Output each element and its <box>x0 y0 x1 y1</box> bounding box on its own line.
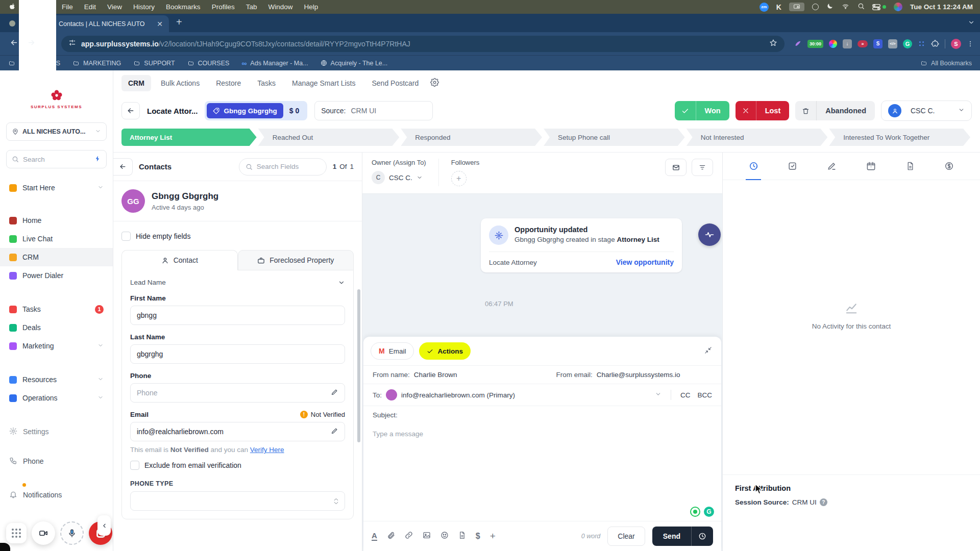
site-settings-icon[interactable] <box>68 39 76 48</box>
menubar-item-window[interactable]: Window <box>262 3 298 11</box>
tab-close-icon[interactable]: ✕ <box>157 20 163 28</box>
tab-documents-panel[interactable] <box>901 153 919 180</box>
sidebar-item-settings[interactable]: Settings <box>0 422 113 441</box>
back-arrow-button[interactable] <box>121 102 140 119</box>
brand-logo[interactable]: SURPLUS SYSTEMS <box>0 88 113 109</box>
hide-empty-fields[interactable]: Hide empty fields <box>121 232 354 241</box>
bookmark-ads-manager[interactable]: ∞Ads Manager - Ma... <box>241 59 308 67</box>
exclude-verification[interactable]: Exclude from email verification <box>130 461 345 470</box>
bookmark-folder-marketing[interactable]: MARKETING <box>72 60 121 67</box>
new-tab-button[interactable]: + <box>176 16 182 28</box>
lost-button[interactable]: Lost <box>736 101 790 120</box>
feather-extension-icon[interactable] <box>794 40 802 48</box>
email-field[interactable]: info@realcharliebrown.com <box>130 422 345 441</box>
bookmark-folder-support[interactable]: SUPPORT <box>133 60 175 67</box>
clear-button[interactable]: Clear <box>607 527 645 546</box>
sidebar-item-phone[interactable]: Phone <box>0 452 113 470</box>
tab-restore[interactable]: Restore <box>209 75 248 91</box>
menubar-item-help[interactable]: Help <box>298 3 324 11</box>
extensions-puzzle-icon[interactable] <box>931 40 939 48</box>
composer-tab-email[interactable]: MEmail <box>371 342 414 360</box>
camera-button[interactable] <box>32 521 55 545</box>
contacts-back-button[interactable] <box>113 158 133 176</box>
tab-tasks[interactable]: Tasks <box>251 75 282 91</box>
sidebar-item-resources[interactable]: Resources <box>0 370 113 389</box>
keyboard-maestro-icon[interactable]: K <box>776 3 781 11</box>
sidebar-item-power-dialer[interactable]: Power Dialer <box>0 266 113 285</box>
sidebar-item-tasks[interactable]: Tasks1 <box>0 300 113 318</box>
chevron-down-icon[interactable] <box>655 391 662 399</box>
edit-pencil-icon[interactable] <box>331 388 338 397</box>
edit-pencil-icon[interactable] <box>331 427 338 436</box>
subject-field[interactable]: Subject: <box>363 406 721 424</box>
contact-tag-group[interactable]: Gbngg Gbgrghg $ 0 <box>205 101 307 120</box>
phone-field[interactable]: Phone <box>130 383 345 403</box>
activity-feed[interactable]: Opportunity updated Gbngg Gbgrghg create… <box>362 194 722 337</box>
download-extension-icon[interactable]: ↓ <box>843 39 852 48</box>
message-body[interactable]: Type a message G <box>363 424 721 521</box>
menubar-item-bookmarks[interactable]: Bookmarks <box>160 3 206 11</box>
control-center-icon[interactable] <box>872 4 886 10</box>
emoji-icon[interactable] <box>440 531 449 541</box>
payment-icon[interactable]: $ <box>476 532 480 541</box>
bookmark-folder-courses[interactable]: COURSES <box>187 60 230 67</box>
menubar-item-history[interactable]: History <box>128 3 160 11</box>
tracking-badge-icon[interactable] <box>690 507 700 517</box>
tab-payments-panel[interactable] <box>940 153 959 180</box>
sidebar-item-marketing[interactable]: Marketing <box>0 337 113 355</box>
source-field[interactable]: Source: CRM UI <box>314 101 433 120</box>
search-fields-input[interactable]: Search Fields <box>239 158 327 176</box>
sidebar-item-notifications[interactable]: Notifications <box>0 486 113 504</box>
template-icon[interactable] <box>458 531 466 541</box>
scrollbar-thumb[interactable] <box>357 289 360 442</box>
phone-type-select[interactable] <box>130 491 345 511</box>
attachment-icon[interactable] <box>387 531 395 541</box>
owner-select[interactable]: CSC C. <box>881 101 972 121</box>
sidebar-item-live-chat[interactable]: Live Chat <box>0 230 113 248</box>
stage-attorney-list[interactable]: Attorney List <box>121 129 257 146</box>
browser-tab[interactable]: Contacts | ALL NICHES AUTO ✕ <box>44 15 169 32</box>
chrome-profile-avatar[interactable]: S <box>951 39 961 49</box>
microphone-button[interactable] <box>60 521 84 545</box>
from-name-field[interactable]: From name:Charlie Brown <box>373 371 552 379</box>
spotlight-search-icon[interactable] <box>857 3 865 11</box>
add-follower-button[interactable]: + <box>451 171 467 186</box>
won-button[interactable]: Won <box>675 101 729 120</box>
colorwheel-extension-icon[interactable] <box>829 40 837 48</box>
sidebar-item-operations[interactable]: Operations <box>0 389 113 407</box>
sidebar-item-deals[interactable]: Deals <box>0 318 113 337</box>
menubar-item-edit[interactable]: Edit <box>79 3 102 11</box>
sidebar-collapse-button[interactable] <box>97 515 111 536</box>
bookmark-star-icon[interactable] <box>769 39 777 49</box>
wifi-icon[interactable] <box>841 3 850 11</box>
user-avatar-icon[interactable] <box>894 3 902 11</box>
similarweb-extension-icon[interactable]: S <box>873 39 883 48</box>
filter-button[interactable] <box>692 159 713 176</box>
tab-crm[interactable]: CRM <box>121 75 151 91</box>
composer-tab-actions[interactable]: Actions <box>419 342 471 360</box>
all-bookmarks[interactable]: All Bookmarks <box>920 60 972 67</box>
cc-button[interactable]: CC <box>680 391 691 399</box>
timer-extension-badge[interactable]: 30:00 <box>807 40 823 48</box>
menubar-clock[interactable]: Tue Oct 1 12:24 AM <box>910 3 973 11</box>
tab-appointments-panel[interactable] <box>862 153 880 180</box>
text-format-icon[interactable]: A <box>372 532 377 541</box>
last-name-field[interactable]: gbgrghg <box>130 344 345 364</box>
stage-interested[interactable]: Interested To Work Together <box>829 129 970 146</box>
dots-extension-icon[interactable] <box>918 40 925 47</box>
stage-not-interested[interactable]: Not Interested <box>687 129 828 146</box>
stage-reached-out[interactable]: Reached Out <box>258 129 400 146</box>
sidebar-search[interactable]: Search <box>6 150 107 168</box>
tab-activity-history[interactable] <box>744 153 763 180</box>
contact-fields-scroll[interactable]: Hide empty fields Contact Foreclosed Pro… <box>113 221 362 551</box>
activity-pulse-button[interactable] <box>698 223 721 246</box>
email-action-button[interactable] <box>665 159 687 176</box>
abandoned-button[interactable]: Abandoned <box>795 101 875 120</box>
menubar-item-tab[interactable]: Tab <box>240 3 263 11</box>
verify-here-link[interactable]: Verify Here <box>250 446 284 454</box>
grammarly-badge-icon[interactable]: G <box>704 507 714 517</box>
to-value[interactable]: info@realcharliebrown.com (Primary) <box>401 391 515 399</box>
screen-share-icon[interactable] <box>789 3 804 11</box>
forward-button[interactable] <box>23 38 39 49</box>
menubar-item-view[interactable]: View <box>102 3 128 11</box>
